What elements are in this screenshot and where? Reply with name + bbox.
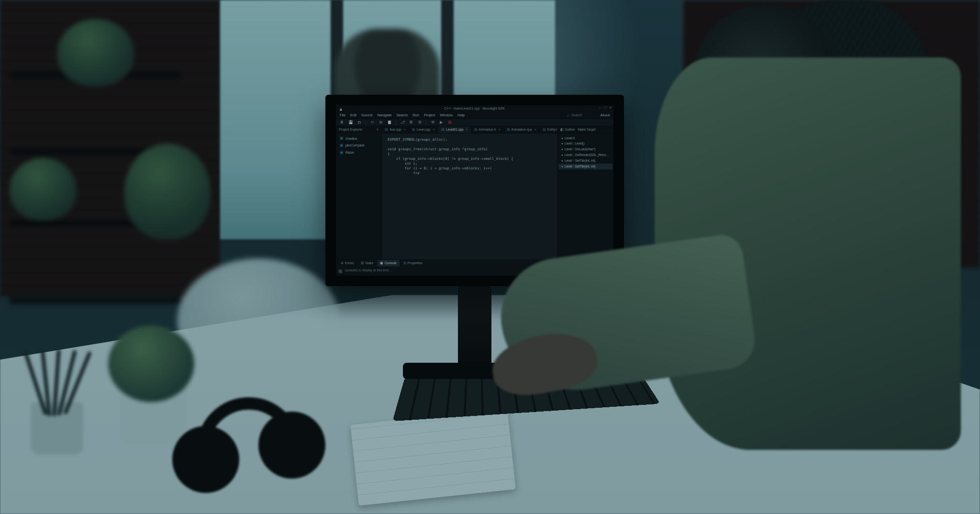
editor-tabs: ▤Axe.cpp×▤Level.cpp×▤Level01.cpp×▤Animat… xyxy=(382,126,557,134)
folder-icon: ▣ xyxy=(340,150,344,156)
search-icon: ⌕ xyxy=(567,113,569,118)
bottom-tab-errors[interactable]: ⊘Errors xyxy=(338,260,357,267)
project-explorer-panel: Project Explorer × ▣ Gradius ▣ pkcCompar… xyxy=(336,126,382,259)
search-placeholder: Search xyxy=(571,113,582,117)
settings-icon[interactable]: ⚙ xyxy=(417,120,422,125)
menu-source[interactable]: Source xyxy=(361,113,373,118)
bullet-icon: ● xyxy=(561,165,563,168)
copy-icon[interactable]: ⧉ xyxy=(379,120,383,125)
shelf-plant xyxy=(57,19,134,86)
toolbar-separator xyxy=(396,120,396,125)
h-file-icon: ▤ xyxy=(543,127,546,132)
tab-label: Level01.cpp xyxy=(446,127,464,132)
editor-area: ▤Axe.cpp×▤Level.cpp×▤Level01.cpp×▤Animat… xyxy=(382,126,557,259)
bullet-icon: ● xyxy=(561,147,563,151)
tab-close-icon[interactable]: × xyxy=(499,127,501,132)
menu-edit[interactable]: Edit xyxy=(350,113,356,118)
ide-title-text: C++ · main/Level11.cpp · Moonlight SDK xyxy=(445,106,505,111)
bottom-tab-console[interactable]: ▣Console xyxy=(377,260,400,267)
tab-label: Animation.h xyxy=(479,127,496,132)
h-file-icon: ▤ xyxy=(474,127,478,132)
tab-close-icon[interactable]: × xyxy=(433,127,435,132)
tab-label: Level.cpp xyxy=(417,127,431,132)
tab-close-icon[interactable]: × xyxy=(404,127,406,132)
desk-plant xyxy=(108,325,194,402)
monitor-stand-neck xyxy=(458,286,491,368)
menu-file[interactable]: File xyxy=(340,113,345,118)
ide-titlebar: ▲ C++ · main/Level11.cpp · Moonlight SDK… xyxy=(336,105,613,112)
h-file-icon: ▤ xyxy=(441,127,445,132)
graph-icon[interactable]: ⎇ xyxy=(400,120,405,125)
panel-close-icon[interactable]: × xyxy=(377,127,379,132)
large-plant xyxy=(124,144,211,239)
props-icon: ☷ xyxy=(403,261,406,265)
open-folder-icon[interactable]: 🗀 xyxy=(357,120,362,125)
project-explorer-title: Project Explorer xyxy=(339,127,363,132)
editor-tab[interactable]: ▤Level01.cpp× xyxy=(438,126,471,133)
folder-icon: ▣ xyxy=(340,143,344,148)
project-tree-item[interactable]: ▣ pkcCompare xyxy=(336,142,381,149)
bullet-icon: ● xyxy=(561,159,563,162)
editor-tab[interactable]: ▤Animation.h× xyxy=(471,126,504,133)
editor-tab[interactable]: ▤Entity.h× xyxy=(540,126,557,133)
tab-label: Entity.h xyxy=(547,127,557,132)
new-file-icon[interactable]: 🗎 xyxy=(340,120,345,125)
menu-search[interactable]: Search xyxy=(396,113,408,118)
folder-icon: ▣ xyxy=(340,136,344,141)
menu-run[interactable]: Run xyxy=(412,113,419,118)
cpp-file-icon: ▤ xyxy=(385,127,388,132)
debug-icon[interactable]: 🐞 xyxy=(447,120,452,125)
tab-close-icon[interactable]: × xyxy=(466,127,468,132)
editor-tab[interactable]: ▤Level.cpp× xyxy=(409,126,438,133)
save-icon[interactable]: 💾 xyxy=(348,120,353,125)
ide-window: ▲ C++ · main/Level11.cpp · Moonlight SDK… xyxy=(336,105,613,276)
menu-window[interactable]: Window xyxy=(440,113,453,118)
editor-tab[interactable]: ▤Animation.cpp× xyxy=(504,126,540,133)
code-editor[interactable]: EXPORT_SYMBOL(groups_alloc); void groups… xyxy=(382,134,557,259)
menu-project[interactable]: Project xyxy=(424,113,435,118)
tab-label: Axe.cpp xyxy=(390,127,401,132)
headphones xyxy=(172,397,345,503)
toolbar-separator xyxy=(426,120,426,125)
shelf-plant xyxy=(10,158,77,220)
menubar-search[interactable]: ⌕ Search xyxy=(567,113,582,118)
paste-icon[interactable]: 📋 xyxy=(387,120,392,125)
toolbar-separator xyxy=(366,120,366,125)
menu-navigate[interactable]: Navigate xyxy=(378,113,392,118)
cut-icon[interactable]: ✄ xyxy=(370,120,375,125)
notebook xyxy=(350,408,516,506)
cpp-file-icon: ▤ xyxy=(412,127,415,132)
tab-close-icon[interactable]: × xyxy=(535,127,536,132)
foreground-person xyxy=(588,0,961,514)
tree-icon[interactable]: ⌘ xyxy=(409,120,413,125)
bottom-tab-label: Tasks xyxy=(365,261,373,265)
bullet-icon: ● xyxy=(561,136,563,140)
bottom-tab-tasks[interactable]: ☰Tasks xyxy=(358,260,376,267)
tasks-icon: ☰ xyxy=(361,261,364,265)
menu-help[interactable]: Help xyxy=(457,113,465,118)
outline-tab[interactable]: ◧ Outline xyxy=(560,127,575,132)
console-icon: ▣ xyxy=(380,261,383,265)
photo-scene: ▲ C++ · main/Level11.cpp · Moonlight SDK… xyxy=(0,0,980,514)
build-icon[interactable]: ⚒ xyxy=(430,120,435,125)
project-tree-item[interactable]: ▣ Raize xyxy=(336,149,381,156)
pen-cup xyxy=(19,369,96,455)
ide-menubar: File Edit Source Navigate Search Run Pro… xyxy=(336,112,613,119)
bullet-icon: ● xyxy=(561,153,563,156)
project-name: Raize xyxy=(345,150,354,155)
activity-bar-icon[interactable]: ⊞ xyxy=(336,267,345,276)
project-explorer-tree: ▣ Gradius ▣ pkcCompare ▣ Raize xyxy=(336,133,381,158)
bottom-tab-properties[interactable]: ☷Properties xyxy=(401,260,425,267)
project-tree-item[interactable]: ▣ Gradius xyxy=(336,135,381,142)
bottom-tab-label: Properties xyxy=(408,261,423,265)
bullet-icon: ● xyxy=(561,142,563,145)
error-icon: ⊘ xyxy=(341,261,344,265)
project-name: pkcCompare xyxy=(345,143,365,147)
bottom-tab-label: Console xyxy=(385,261,397,265)
run-icon[interactable]: ▶ xyxy=(439,120,444,125)
editor-tab[interactable]: ▤Axe.cpp× xyxy=(382,126,409,133)
ide-logo-icon: ▲ xyxy=(339,106,343,112)
ide-toolbar: 🗎 💾 🗀 ✄ ⧉ 📋 ⎇ ⌘ ⚙ ⚒ ▶ 🐞 xyxy=(336,119,613,126)
tab-label: Animation.cpp xyxy=(512,127,532,132)
cpp-file-icon: ▤ xyxy=(507,127,510,132)
